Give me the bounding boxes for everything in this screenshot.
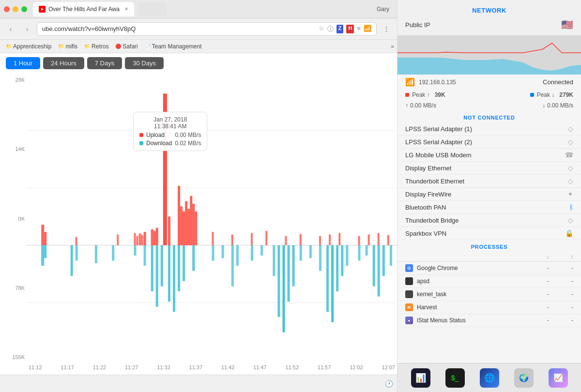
connected-label: Connected [543, 78, 573, 86]
svg-rect-21 [185, 201, 187, 245]
folder-icon-3: 📁 [84, 44, 90, 49]
svg-rect-32 [319, 236, 321, 245]
forward-button[interactable]: › [20, 22, 34, 36]
world-icon[interactable]: 🌐 [480, 368, 499, 388]
process-harvest[interactable]: H Harvest - - [398, 301, 581, 314]
svg-rect-57 [231, 245, 234, 286]
svg-rect-38 [387, 235, 389, 245]
network-item-display-ethernet[interactable]: Display Ethernet ◇ [398, 162, 581, 175]
speed-down-value: 0.00 MB/s [547, 102, 573, 109]
process-apsd-up: - [549, 278, 573, 285]
svg-rect-79 [390, 245, 392, 266]
x-label-1112: 11:12 [29, 364, 42, 370]
kernel-icon [405, 290, 413, 298]
process-kernel-up: - [549, 291, 573, 298]
svg-rect-71 [336, 245, 338, 291]
process-harvest-up: - [549, 304, 573, 311]
clock-icon: 🕐 [385, 380, 393, 388]
network-item-display-firewire[interactable]: Display FireWire ✦ [398, 188, 581, 201]
peak-up-dot [405, 93, 409, 97]
bookmark-apprenticeship[interactable]: 📁 Apprenticeship [3, 42, 54, 51]
svg-rect-12 [144, 232, 146, 245]
header-down-icon: ↓ [525, 254, 549, 259]
h-icon[interactable]: H [346, 25, 354, 33]
network-item-lg-modem[interactable]: LG Mobile USB Modem ☎ [398, 149, 581, 162]
bookmark-label-5: Team Management [152, 43, 202, 50]
minimize-button[interactable] [13, 6, 18, 12]
bookmark-safari[interactable]: 🔴 Safari [112, 42, 140, 51]
header-up-icon: ↑ [549, 254, 573, 259]
close-button[interactable] [4, 6, 10, 12]
process-istat-name: iStat Menus Status [417, 317, 525, 324]
bookmark-mifis[interactable]: 📁 mifis [55, 42, 80, 51]
x-label-1202: 12:02 [350, 364, 363, 370]
address-bar: ‹ › ube.com/watch?v=60iwmyhV8pQ ☆ ⓘ Z H … [0, 18, 397, 40]
svg-rect-59 [251, 245, 253, 261]
svg-rect-5 [44, 232, 46, 245]
time-1hour-button[interactable]: 1 Hour [6, 57, 40, 69]
window-controls [4, 6, 27, 12]
process-apsd[interactable]: apsd - - [398, 275, 581, 288]
upload-value: 0.00 MB/s [175, 132, 201, 138]
terminal-icon[interactable]: $_ [445, 368, 465, 388]
active-tab[interactable]: Over The Hills And Far Awa ✕ [33, 2, 134, 16]
upload-label: Upload [146, 132, 172, 138]
y-label-14k: 14K [2, 146, 25, 152]
process-kernel-name: kernel_task [417, 291, 525, 298]
time-24hours-button[interactable]: 24 Hours [43, 57, 84, 69]
back-button[interactable]: ‹ [4, 22, 17, 36]
panel-title: NETWORK [405, 7, 573, 14]
peak-up-value: 39K [435, 91, 445, 98]
processes-column-header: ↓ ↑ [398, 252, 581, 262]
toolbar-icons: ⋮ [380, 22, 393, 36]
folder-icon: 📁 [6, 44, 12, 49]
process-harvest-name: Harvest [417, 304, 525, 311]
network-item-bluetooth-pan[interactable]: Bluetooth PAN ᛒ [398, 201, 581, 214]
processes-section: ↓ ↑ G Google Chrome - - apsd - - kernel_… [398, 252, 581, 363]
share-icon[interactable]: ⋮ [380, 22, 393, 36]
svg-rect-46 [144, 245, 146, 266]
maximize-button[interactable] [21, 6, 27, 12]
network-icon[interactable]: 🌍 [514, 368, 534, 388]
network-item-sparkbox-vpn[interactable]: Sparkbox VPN 🔒 [398, 227, 581, 240]
svg-rect-66 [300, 245, 302, 261]
tracking-icon[interactable]: ≡ [357, 25, 361, 33]
svg-rect-10 [139, 233, 141, 245]
svg-rect-37 [378, 233, 380, 245]
tooltip-download-row: Download 0.02 MB/s [139, 140, 201, 147]
upload-dot [139, 133, 143, 137]
public-ip-label: Public IP [405, 21, 430, 29]
tab-close-button[interactable]: ✕ [124, 6, 128, 12]
svg-rect-14 [153, 231, 156, 245]
bookmark-star-icon[interactable]: ☆ [319, 25, 324, 33]
wifi-status-icon[interactable]: 📶 [364, 25, 371, 33]
time-7days-button[interactable]: 7 Days [87, 57, 122, 69]
process-kernel[interactable]: kernel_task - - [398, 288, 581, 301]
process-chrome-up: - [549, 265, 573, 271]
network-item-lpss2[interactable]: LPSS Serial Adapter (2) ◇ [398, 136, 581, 149]
ethernet-icon: ◇ [568, 164, 573, 172]
bookmarks-more-button[interactable]: » [391, 43, 394, 50]
address-input[interactable]: ube.com/watch?v=60iwmyhV8pQ ☆ ⓘ Z H ≡ 📶 [37, 22, 377, 36]
bookmark-retros[interactable]: 📁 Retros [81, 42, 111, 51]
bookmark-label-4: Safari [122, 43, 138, 50]
svg-rect-44 [112, 245, 114, 261]
process-chrome[interactable]: G Google Chrome - - [398, 262, 581, 275]
svg-rect-52 [178, 245, 180, 291]
istat-dock-icon[interactable]: 📈 [549, 368, 568, 388]
x-label-1157: 11:57 [318, 364, 331, 370]
x-label-1117: 11:17 [61, 364, 74, 370]
process-istat[interactable]: ● iStat Menus Status - - [398, 314, 581, 327]
time-30days-button[interactable]: 30 Days [125, 57, 164, 69]
info-icon[interactable]: ⓘ [327, 25, 334, 33]
svg-rect-39 [41, 245, 44, 266]
tab-title: Over The Hills And Far Awa [48, 6, 120, 13]
bookmark-team-management[interactable]: 📄 Team Management [142, 42, 205, 51]
svg-rect-4 [41, 225, 44, 245]
z-icon[interactable]: Z [336, 25, 344, 33]
network-item-thunderbolt-bridge[interactable]: Thunderbolt Bridge ◇ [398, 214, 581, 227]
activity-monitor-icon[interactable]: 📊 [411, 368, 430, 388]
process-chrome-down: - [525, 265, 549, 271]
network-item-lpss1[interactable]: LPSS Serial Adapter (1) ◇ [398, 122, 581, 136]
network-item-thunderbolt-ethernet[interactable]: Thunderbolt Ethernet ◇ [398, 175, 581, 188]
